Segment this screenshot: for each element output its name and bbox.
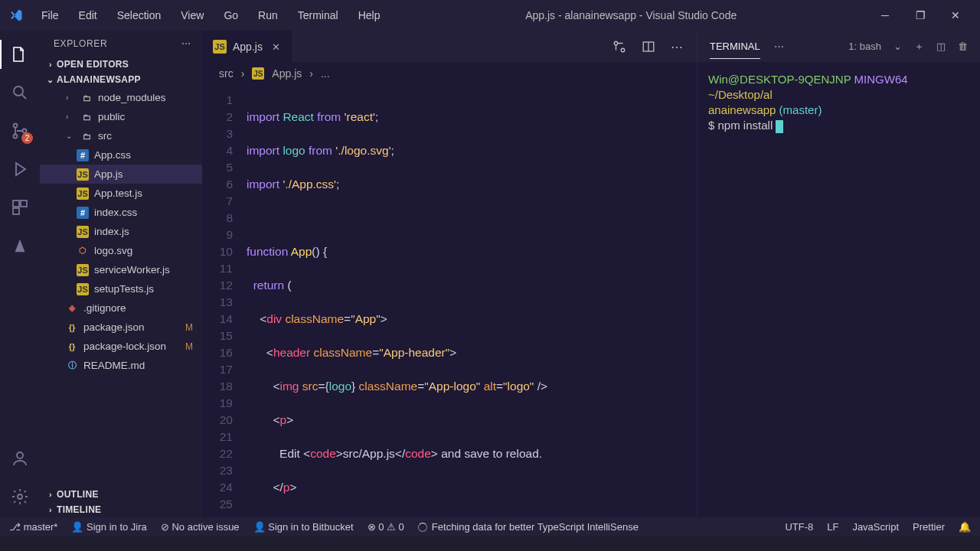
chevron-down-icon[interactable]: ⌄ [893, 41, 902, 52]
file-app-css[interactable]: #App.css [40, 145, 202, 165]
more-icon[interactable]: ⋯ [774, 41, 784, 52]
panel-header: TERMINAL ⋯ 1: bash ⌄ ＋ ◫ 🗑 [697, 31, 980, 63]
css-icon: # [77, 149, 89, 161]
breadcrumb[interactable]: src› JS App.js›... [202, 63, 697, 84]
file-logo-svg[interactable]: ⬡logo.svg [40, 241, 202, 260]
json-icon: {} [66, 321, 78, 334]
compare-icon[interactable] [612, 40, 626, 54]
status-branch[interactable]: ⎇ master* [9, 521, 57, 533]
activity-bar: 2 [0, 31, 40, 517]
menu-selection[interactable]: Selection [109, 6, 169, 24]
file-package-lock[interactable]: {}package-lock.jsonM [40, 337, 202, 356]
status-bar: ⎇ master* 👤 Sign in to Jira ⊘ No active … [0, 517, 980, 536]
editor-tabs: JS App.js ✕ ⋯ [202, 31, 697, 63]
file-setup-tests[interactable]: JSsetupTests.js [40, 279, 202, 298]
project-section[interactable]: ⌄ALANAINEWSAPP [40, 72, 202, 87]
folder-src[interactable]: ⌄🗀src [40, 126, 202, 145]
menu-bar: File Edit Selection View Go Run Terminal… [34, 6, 387, 24]
js-icon: JS [77, 226, 89, 238]
js-icon: JS [213, 40, 227, 54]
menu-run[interactable]: Run [250, 6, 286, 24]
account-icon[interactable] [10, 448, 30, 468]
js-icon: JS [252, 67, 264, 80]
file-service-worker[interactable]: JSserviceWorker.js [40, 260, 202, 279]
js-icon: JS [77, 283, 89, 295]
menu-view[interactable]: View [173, 6, 211, 24]
terminal-tab[interactable]: TERMINAL [710, 41, 760, 59]
explorer-sidebar: EXPLORER⋯ ›OPEN EDITORS ⌄ALANAINEWSAPP ›… [40, 31, 202, 517]
menu-edit[interactable]: Edit [71, 6, 105, 24]
line-numbers: 1234567891011121314151617181920212223242… [202, 84, 247, 517]
explorer-icon[interactable] [10, 44, 30, 64]
file-readme[interactable]: ⓘREADME.md [40, 356, 202, 375]
svg-point-2 [14, 135, 18, 139]
editor-group: JS App.js ✕ ⋯ src› JS App.js›... 1234567… [202, 31, 697, 517]
minimize-icon[interactable]: ─ [874, 9, 896, 21]
search-icon[interactable] [10, 83, 30, 103]
code-content[interactable]: import React from 'react'; import logo f… [247, 84, 547, 517]
status-ts[interactable]: Fetching data for better TypeScript Inte… [418, 521, 639, 533]
terminal-body[interactable]: Win@DESKTOP-9QENJNP MINGW64 ~/Desktop/al… [697, 63, 980, 517]
file-gitignore[interactable]: ◈.gitignore [40, 298, 202, 318]
svg-point-9 [614, 41, 618, 45]
menu-go[interactable]: Go [216, 6, 246, 24]
info-icon: ⓘ [66, 360, 78, 372]
trash-icon[interactable]: 🗑 [958, 41, 968, 52]
file-package-json[interactable]: {}package.jsonM [40, 318, 202, 337]
menu-help[interactable]: Help [351, 6, 388, 24]
svg-rect-5 [21, 201, 27, 207]
split-terminal-icon[interactable]: ◫ [936, 41, 946, 52]
close-icon[interactable]: ✕ [945, 9, 966, 21]
svg-icon: ⬡ [77, 245, 89, 257]
file-app-test[interactable]: JSApp.test.js [40, 184, 202, 203]
outline-section[interactable]: ›OUTLINE [40, 487, 202, 502]
status-bitbucket[interactable]: 👤 Sign in to Bitbucket [253, 521, 354, 533]
split-editor-icon[interactable] [642, 40, 655, 54]
svg-point-1 [14, 124, 18, 128]
timeline-section[interactable]: ›TIMELINE [40, 502, 202, 517]
folder-icon: 🗀 [80, 92, 93, 104]
js-icon: JS [77, 264, 89, 276]
tab-app-js[interactable]: JS App.js ✕ [202, 31, 292, 63]
vscode-logo-icon [9, 8, 23, 22]
status-prettier[interactable]: Prettier [913, 521, 945, 533]
menu-file[interactable]: File [34, 6, 67, 24]
status-encoding[interactable]: UTF-8 [785, 521, 813, 533]
svg-point-8 [18, 494, 22, 499]
file-index-css[interactable]: #index.css [40, 203, 202, 222]
terminal-selector[interactable]: 1: bash [848, 41, 881, 52]
file-app-js[interactable]: JSApp.js [40, 165, 202, 184]
modified-badge: M [185, 322, 193, 333]
js-icon: JS [77, 187, 89, 200]
notifications-icon[interactable]: 🔔 [959, 521, 971, 533]
settings-icon[interactable] [10, 487, 30, 507]
status-problems[interactable]: ⊗ 0 ⚠ 0 [368, 521, 404, 533]
more-icon[interactable]: ⋯ [671, 40, 683, 54]
source-control-icon[interactable]: 2 [10, 121, 30, 141]
js-icon: JS [77, 168, 89, 181]
folder-icon: 🗀 [80, 130, 93, 142]
css-icon: # [77, 207, 89, 219]
explorer-title: EXPLORER⋯ [40, 31, 202, 57]
terminal-cursor [776, 120, 783, 133]
folder-node-modules[interactable]: ›🗀node_modules [40, 88, 202, 107]
folder-public[interactable]: ›🗀public [40, 107, 202, 126]
code-editor[interactable]: 1234567891011121314151617181920212223242… [202, 84, 697, 517]
atlassian-icon[interactable] [10, 236, 30, 256]
status-jira[interactable]: 👤 Sign in to Jira [71, 521, 146, 533]
menu-terminal[interactable]: Terminal [290, 6, 346, 24]
extensions-icon[interactable] [10, 197, 30, 217]
open-editors-section[interactable]: ›OPEN EDITORS [40, 57, 202, 72]
svg-point-7 [17, 452, 23, 458]
git-icon: ◈ [66, 302, 78, 315]
status-eol[interactable]: LF [827, 521, 838, 533]
more-icon[interactable]: ⋯ [181, 38, 191, 49]
workspace: 2 EXPLORER⋯ ›OPEN EDITORS ⌄ALANAINEWSAPP… [0, 31, 980, 517]
maximize-icon[interactable]: ❐ [910, 9, 931, 21]
debug-icon[interactable] [10, 159, 30, 179]
new-terminal-icon[interactable]: ＋ [914, 40, 924, 54]
tab-close-icon[interactable]: ✕ [272, 41, 280, 53]
status-issue[interactable]: ⊘ No active issue [161, 521, 240, 533]
file-index-js[interactable]: JSindex.js [40, 222, 202, 241]
status-language[interactable]: JavaScript [852, 521, 899, 533]
